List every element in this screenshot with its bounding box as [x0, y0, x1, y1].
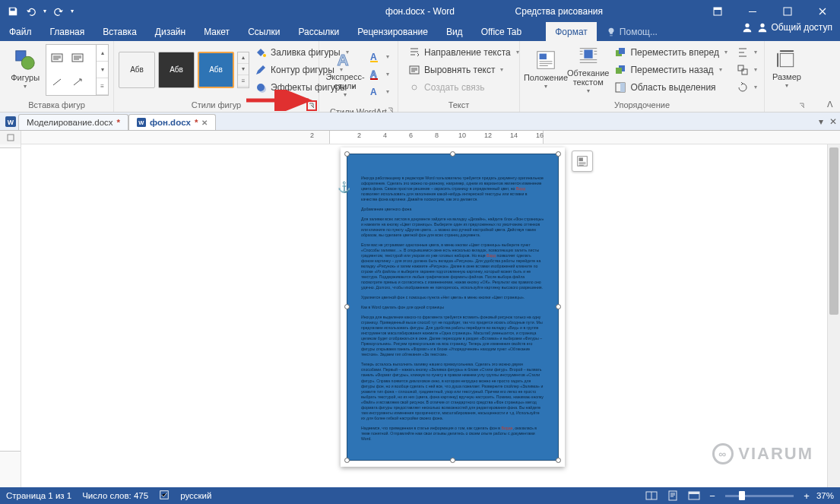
- word-count[interactable]: Число слов: 475: [82, 491, 148, 500]
- style-gallery-scroll[interactable]: ▴▾≡: [237, 52, 249, 88]
- svg-rect-29: [738, 65, 743, 71]
- ruler-scale[interactable]: 2 2 4 6 8 10 12 14 16: [21, 131, 840, 144]
- scrollbar-thumb[interactable]: [829, 147, 838, 315]
- text-fill-button[interactable]: A▾: [366, 49, 391, 65]
- close-tab-icon[interactable]: ✕: [201, 119, 208, 127]
- tab-close-all-button[interactable]: ✕: [829, 116, 837, 127]
- document-tabs: W Моделирование.docx* W фон.docx* ✕ ▾ ✕: [0, 113, 840, 131]
- print-layout-button[interactable]: [664, 489, 681, 502]
- zoom-level[interactable]: 37%: [816, 491, 834, 500]
- create-link-button: Создать связь: [406, 79, 521, 95]
- doc-tab-1[interactable]: Моделирование.docx*: [18, 114, 128, 130]
- undo-dropdown[interactable]: ▾: [41, 3, 49, 20]
- tell-me-search[interactable]: Помощ...: [597, 22, 667, 41]
- tab-insert[interactable]: Вставка: [94, 22, 146, 41]
- text-outline-button[interactable]: A▾: [366, 66, 391, 82]
- document-canvas[interactable]: Иногда работающему в редакторе Word поль…: [21, 144, 827, 487]
- wrap-text-button[interactable]: Обтекание текстом▾: [567, 43, 609, 97]
- tab-view[interactable]: Вид: [437, 22, 472, 41]
- tab-format[interactable]: Формат: [546, 22, 597, 41]
- selection-pane-button[interactable]: Область выделения: [612, 79, 729, 95]
- pen-icon: [255, 64, 267, 76]
- tab-review[interactable]: Рецензирование: [348, 22, 437, 41]
- title-bar: ▾ ▾ фон.docx - Word Средства рисования: [0, 0, 840, 22]
- text-direction-button[interactable]: Направление текста▾: [406, 44, 521, 60]
- quick-styles-button[interactable]: A Экспресс-стили▾: [324, 48, 366, 101]
- maximize-button[interactable]: [770, 0, 805, 22]
- bring-forward-button[interactable]: Переместить вперед▾: [612, 44, 729, 60]
- align-icon: [737, 46, 749, 59]
- align-button[interactable]: ▾: [734, 44, 759, 60]
- shapes-button[interactable]: Фигуры ▾: [5, 43, 46, 97]
- language-indicator[interactable]: русский: [180, 491, 211, 500]
- collapse-ribbon-button[interactable]: ᐱ: [823, 98, 837, 110]
- svg-rect-44: [689, 492, 699, 494]
- tab-mailings[interactable]: Рассылки: [289, 22, 348, 41]
- shape-gallery[interactable]: ▴▾≡: [46, 44, 109, 96]
- text-effects-button[interactable]: A▾: [366, 84, 391, 100]
- group-label-size: [765, 98, 809, 112]
- group-button[interactable]: ▾: [734, 62, 759, 78]
- svg-rect-42: [669, 491, 677, 500]
- shape-styles-dialog-launcher[interactable]: [306, 100, 317, 111]
- style-preset-3[interactable]: Абв: [198, 52, 234, 88]
- share-area: Общий доступ: [734, 22, 840, 33]
- tab-references[interactable]: Ссылки: [239, 22, 289, 41]
- web-layout-button[interactable]: [686, 489, 702, 502]
- window-controls: [700, 0, 840, 22]
- svg-text:A: A: [370, 87, 377, 97]
- zoom-in-button[interactable]: +: [801, 490, 812, 502]
- size-dialog-launcher[interactable]: [797, 100, 807, 111]
- group-arrange: Положение▾ Обтекание текстом▾ Переместит…: [520, 41, 765, 112]
- svg-point-10: [263, 54, 266, 57]
- tab-design[interactable]: Дизайн: [146, 22, 195, 41]
- bring-forward-icon: [614, 46, 626, 59]
- rotate-icon: [737, 81, 749, 94]
- rotate-button[interactable]: ▾: [734, 79, 759, 95]
- quick-access-toolbar: ▾ ▾: [0, 3, 76, 20]
- undo-button[interactable]: [23, 3, 40, 20]
- save-button[interactable]: [5, 3, 21, 20]
- ribbon-display-options[interactable]: [700, 0, 735, 22]
- svg-text:A: A: [338, 51, 349, 68]
- text-effects-icon: A: [369, 86, 381, 98]
- style-preset-1[interactable]: Абв: [119, 52, 155, 88]
- tab-officetab[interactable]: Office Tab: [472, 22, 531, 41]
- qat-customize[interactable]: ▾: [68, 3, 76, 20]
- align-text-button[interactable]: Выровнять текст▾: [406, 62, 521, 78]
- zoom-slider[interactable]: [725, 495, 794, 497]
- proofing-button[interactable]: [159, 490, 170, 502]
- ribbon: Фигуры ▾ ▴▾≡ Вставка фигур Абв Абв Абв ▴…: [0, 41, 840, 113]
- close-button[interactable]: [805, 0, 840, 22]
- group-insert-shapes: Фигуры ▾ ▴▾≡ Вставка фигур: [0, 41, 114, 112]
- vertical-scrollbar[interactable]: [827, 144, 840, 487]
- tab-list-button[interactable]: ▾: [819, 116, 823, 127]
- share-button[interactable]: Общий доступ: [757, 22, 832, 33]
- shape-style-gallery: Абв Абв Абв ▴▾≡: [119, 52, 249, 88]
- zoom-out-button[interactable]: −: [707, 490, 718, 502]
- sign-in-button[interactable]: [742, 22, 753, 33]
- tab-home[interactable]: Главная: [41, 22, 94, 41]
- tab-layout[interactable]: Макет: [195, 22, 239, 41]
- doc-tab-2[interactable]: W фон.docx* ✕: [128, 114, 216, 130]
- shape-gallery-scroll[interactable]: ▴▾≡: [96, 45, 108, 95]
- send-backward-button[interactable]: Переместить назад▾: [612, 62, 729, 78]
- dirty-indicator: *: [117, 118, 120, 127]
- vertical-ruler[interactable]: [0, 144, 21, 487]
- tab-file[interactable]: Файл: [0, 22, 41, 41]
- group-label-arrange: Упорядочение: [520, 98, 764, 112]
- read-mode-button[interactable]: [643, 489, 660, 502]
- svg-text:W: W: [8, 118, 14, 125]
- svg-rect-2: [749, 11, 756, 12]
- style-preset-2[interactable]: Абв: [158, 52, 195, 88]
- word-icon: W: [3, 113, 18, 130]
- layout-options-button[interactable]: [572, 151, 593, 172]
- size-button[interactable]: Размер▾: [769, 43, 804, 97]
- page-indicator[interactable]: Страница 1 из 1: [6, 491, 71, 500]
- watermark: ∞VIARUM: [712, 443, 813, 464]
- minimize-button[interactable]: [735, 0, 770, 22]
- position-button[interactable]: Положение▾: [525, 43, 567, 97]
- redo-button[interactable]: [50, 3, 67, 20]
- selected-rectangle-shape[interactable]: Иногда работающему в редакторе Word поль…: [347, 154, 559, 461]
- ruler-corner[interactable]: [0, 131, 21, 144]
